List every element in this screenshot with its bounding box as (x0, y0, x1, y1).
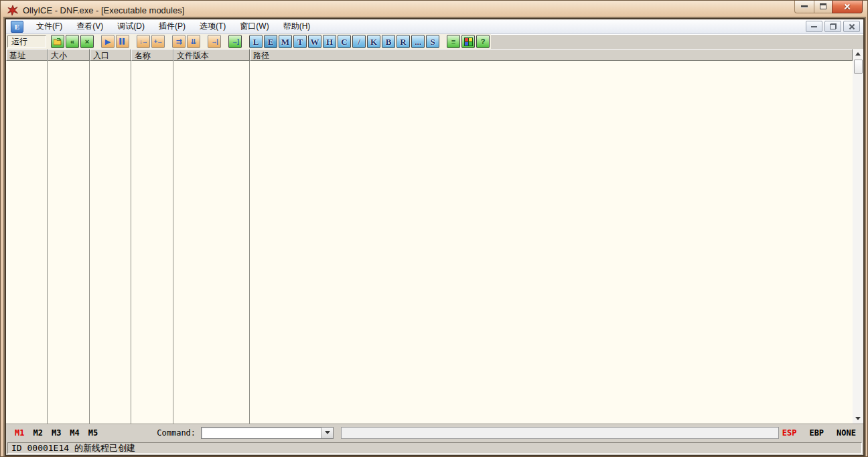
menu-options[interactable]: 选项(T) (194, 19, 231, 34)
stack-flags: ESP EBP NONE (782, 428, 856, 438)
menu-bar: E 文件(F) 查看(V) 调试(D) 插件(P) 选项(T) 窗口(W) 帮助… (6, 19, 863, 34)
memory-button-m2[interactable]: M2 (33, 428, 42, 438)
minimize-icon (801, 5, 808, 7)
dropdown-arrow-icon (325, 431, 330, 434)
column-header-base[interactable]: 基址 (6, 49, 48, 61)
menu-file[interactable]: 文件(F) (31, 19, 68, 34)
memory-button-m3[interactable]: M3 (52, 428, 61, 438)
open-folder-icon (54, 38, 62, 45)
menu-window[interactable]: 窗口(W) (234, 19, 274, 34)
status-bar: ID 00001E14 的新线程已创建 (6, 441, 863, 455)
mdi-close-icon (849, 23, 855, 30)
step-into-button[interactable]: ↓→ (137, 35, 150, 48)
menu-help[interactable]: 帮助(H) (278, 19, 316, 34)
column-divider (173, 61, 173, 424)
close-button[interactable] (832, 0, 863, 13)
menu-view[interactable]: 查看(V) (71, 19, 108, 34)
scroll-down-button[interactable] (853, 414, 863, 424)
scroll-down-icon (855, 417, 861, 420)
mdi-child-icon[interactable]: E (11, 21, 23, 33)
column-divider (47, 61, 48, 424)
window-runtrace-button[interactable]: ... (411, 35, 425, 48)
command-label: Command: (157, 428, 196, 438)
flag-ebp[interactable]: EBP (809, 428, 824, 438)
till-return-button[interactable]: →| (208, 35, 221, 48)
run-button[interactable]: ▶ (101, 35, 115, 48)
scroll-up-button[interactable] (853, 49, 863, 59)
command-input[interactable] (202, 428, 321, 438)
step-over-icon: +→ (154, 39, 162, 45)
column-divider (89, 61, 90, 424)
go-to-button[interactable]: →] (228, 35, 242, 48)
table-header: 基址 大小 入口 名称 文件版本 路径 (6, 49, 853, 61)
command-dropdown-button[interactable] (321, 428, 333, 438)
till-return-icon: →| (211, 39, 218, 45)
step-over-button[interactable]: +→ (151, 35, 165, 48)
toolbar-band: 运行 « × ▶ ▌▌ ↓→ +→ ⇉ ⇊ →| →] L (6, 34, 491, 49)
vertical-scrollbar[interactable] (853, 49, 863, 424)
mdi-restore-icon (830, 23, 837, 29)
window-references-button[interactable]: R (396, 35, 410, 48)
window-executables-button[interactable]: E (264, 35, 277, 48)
window-threads-button[interactable]: T (293, 35, 307, 48)
window-source-button[interactable]: S (426, 35, 439, 48)
modules-pane: 基址 大小 入口 名称 文件版本 路径 (6, 49, 863, 424)
toolbar: 运行 « × ▶ ▌▌ ↓→ +→ ⇉ ⇊ →| →] L (6, 34, 863, 49)
debug-options-button[interactable]: ≡ (447, 35, 460, 48)
window-breakpoints-button[interactable]: B (382, 35, 395, 48)
animate-into-button[interactable]: ⇉ (172, 35, 186, 48)
mdi-close-button[interactable] (843, 21, 860, 32)
window-windows-button[interactable]: W (308, 35, 321, 48)
modules-table: 基址 大小 入口 名称 文件版本 路径 (6, 49, 853, 424)
app-splat-icon (7, 5, 19, 16)
pause-button[interactable]: ▌▌ (116, 35, 129, 48)
animate-over-button[interactable]: ⇊ (187, 35, 200, 48)
column-header-path[interactable]: 路径 (250, 49, 853, 61)
column-header-size[interactable]: 大小 (48, 49, 90, 61)
close-icon (843, 3, 851, 11)
appearance-button[interactable] (461, 35, 475, 48)
menu-plugins[interactable]: 插件(P) (153, 19, 191, 34)
debug-status-box: 运行 (7, 35, 46, 48)
window-title: OllyICE - DNF.exe - [Executable modules] (23, 5, 184, 15)
mdi-restore-button[interactable] (824, 21, 841, 32)
window-callstack-button[interactable]: K (367, 35, 380, 48)
color-grid-icon (464, 37, 473, 46)
column-header-fileversion[interactable]: 文件版本 (173, 49, 250, 61)
toolbar-filler (491, 34, 863, 49)
run-icon: ▶ (105, 38, 111, 45)
memory-button-m1[interactable]: M1 (15, 428, 24, 438)
close-program-icon: × (85, 38, 89, 45)
mdi-minimize-button[interactable] (806, 21, 822, 32)
column-header-name[interactable]: 名称 (131, 49, 173, 61)
close-program-button[interactable]: × (80, 35, 94, 48)
window-patches-button[interactable]: / (352, 35, 366, 48)
command-combobox (201, 427, 334, 439)
window-log-button[interactable]: L (249, 35, 263, 48)
column-header-entry[interactable]: 入口 (90, 49, 131, 61)
window-handles-button[interactable]: H (323, 35, 336, 48)
bottom-bar: M1 M2 M3 M4 M5 Command: ESP EBP NONE (6, 424, 863, 441)
minimize-button[interactable] (794, 0, 814, 13)
info-panel (341, 427, 779, 439)
open-file-button[interactable] (51, 35, 64, 48)
help-button[interactable]: ? (476, 35, 490, 48)
memory-button-m4[interactable]: M4 (70, 428, 79, 438)
flag-none[interactable]: NONE (837, 428, 856, 438)
memory-button-m5[interactable]: M5 (88, 428, 98, 438)
menu-debug[interactable]: 调试(D) (112, 19, 150, 34)
flag-esp[interactable]: ESP (782, 428, 797, 438)
pause-icon: ▌▌ (119, 39, 125, 44)
window-memory-button[interactable]: M (279, 35, 292, 48)
animate-into-icon: ⇉ (175, 38, 182, 45)
scroll-up-icon (855, 52, 861, 56)
restore-button[interactable] (814, 0, 833, 13)
window-cpu-button[interactable]: C (338, 35, 351, 48)
mdi-window-controls (806, 21, 863, 32)
scroll-thumb[interactable] (854, 60, 863, 74)
column-divider (249, 61, 250, 424)
table-body-empty[interactable] (6, 61, 853, 424)
ollyice-window: OllyICE - DNF.exe - [Executable modules]… (0, 0, 868, 457)
go-to-icon: →] (232, 39, 238, 45)
restart-button[interactable]: « (66, 35, 79, 48)
